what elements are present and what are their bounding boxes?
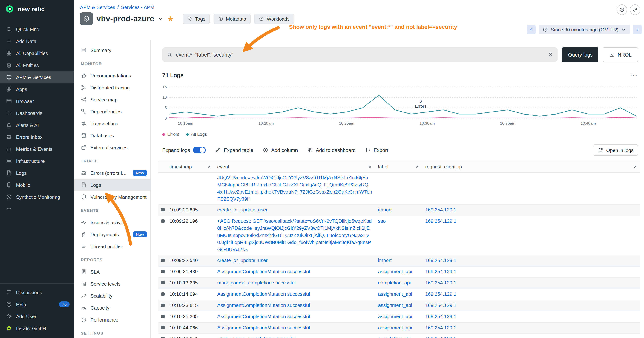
cell-request-client-ip-link[interactable]: 169.254.129.1 <box>425 280 456 286</box>
sidebar-item-infrastructure[interactable]: Infrastructure <box>0 155 74 167</box>
legend-item-all-logs[interactable]: All Logs <box>186 132 207 137</box>
help-button[interactable] <box>617 5 627 15</box>
sidebar-item-synthetic-monitoring[interactable]: Synthetic Monitoring <box>0 191 74 203</box>
table-row[interactable]: 10:09:22.196<ASGIRequest: GET '/sso/call… <box>158 216 640 255</box>
cell-label-link[interactable]: sso <box>378 218 386 224</box>
entity-switcher-caret-icon[interactable] <box>158 16 163 21</box>
remove-column-icon[interactable] <box>207 165 211 169</box>
row-checkbox[interactable] <box>161 292 164 296</box>
clear-query-icon[interactable] <box>548 52 553 57</box>
sidebar-item-errors-inbox[interactable]: Errors Inbox <box>0 131 74 143</box>
breadcrumb-apm-services[interactable]: APM & Services <box>80 5 115 10</box>
cell-label-link[interactable]: assignment_api <box>378 313 412 319</box>
subnav-item-dependencies[interactable]: Dependencies <box>74 106 150 118</box>
permalink-button[interactable] <box>630 5 640 15</box>
cell-event-link[interactable]: <ASGIRequest: GET '/sso/callback/?state=… <box>217 218 372 252</box>
sidebar-item-apm-services[interactable]: APM & Services <box>0 71 74 83</box>
cell-event-link[interactable]: AssignmentCompletionMutation successful <box>217 325 310 330</box>
subnav-item-errors-errors-inb[interactable]: Errors (errors inb...New <box>74 167 150 179</box>
sidebar-footer-item-discussions[interactable]: Discussions <box>0 286 74 298</box>
workloads-pill[interactable]: Workloads <box>254 14 294 24</box>
table-row[interactable]: 10:10:14.094AssignmentCompletionMutation… <box>158 289 640 300</box>
remove-column-icon[interactable] <box>368 165 372 169</box>
cell-event-link[interactable]: mark_course_completion successful <box>217 336 296 338</box>
cell-request-client-ip-link[interactable]: 169.254.129.1 <box>425 336 456 338</box>
subnav-item-deployments[interactable]: DeploymentsNew <box>74 228 150 240</box>
cell-request-client-ip-link[interactable]: 169.254.129.1 <box>425 291 456 297</box>
row-checkbox[interactable] <box>161 281 164 284</box>
cell-request-client-ip-link[interactable]: 169.254.129.1 <box>425 258 456 263</box>
cell-label-link[interactable]: import <box>378 258 392 263</box>
sidebar-footer-item-iterativ-gmbh[interactable]: Iterativ GmbH <box>0 322 74 334</box>
query-logs-button[interactable]: Query logs <box>562 47 598 62</box>
table-row[interactable]: 10:09:22.540create_or_update_userimport1… <box>158 255 640 266</box>
add-to-dashboard-button[interactable]: Add to dashboard <box>308 147 356 153</box>
sidebar-item-quick-find[interactable]: Quick Find <box>0 23 74 35</box>
export-button[interactable]: Export <box>366 147 388 153</box>
cell-label-link[interactable]: assignment_api <box>378 302 412 308</box>
cell-event-link[interactable]: AssignmentCompletionMutation successful <box>217 302 310 308</box>
cell-request-client-ip-link[interactable]: 169.254.129.1 <box>425 207 456 213</box>
table-row[interactable]: 10:09:20.895create_or_update_userimport1… <box>158 205 640 216</box>
time-forward-button[interactable] <box>633 25 642 34</box>
subnav-item-summary[interactable]: Summary <box>74 44 150 56</box>
row-checkbox[interactable] <box>161 270 164 273</box>
time-range-button[interactable]: Since 30 minutes ago (GMT+2) <box>538 25 630 35</box>
subnav-item-vulnerability-management[interactable]: Vulnerability Management <box>74 191 150 203</box>
more-options-icon[interactable]: ⋯ <box>630 71 637 79</box>
cell-label-link[interactable]: assignment_api <box>378 291 412 297</box>
table-row[interactable]: 10:10:44.066AssignmentCompletionMutation… <box>158 322 640 333</box>
open-in-logs-button[interactable]: Open in logs <box>594 145 638 156</box>
cell-label-link[interactable]: completion_api <box>378 336 411 338</box>
cell-event-link[interactable]: create_or_update_user <box>217 258 268 263</box>
cell-event-link[interactable]: AssignmentCompletionMutation successful <box>217 313 310 319</box>
row-checkbox[interactable] <box>161 337 164 338</box>
cell-event-link[interactable]: AssignmentCompletionMutation successful <box>217 291 310 297</box>
cell-label-link[interactable]: completion_api <box>378 280 411 286</box>
newrelic-logo[interactable]: new relic <box>0 0 74 18</box>
sidebar-item-add-data[interactable]: Add Data <box>0 35 74 47</box>
logs-search-box[interactable]: event:* -"label":"security" <box>162 47 558 62</box>
nrql-button[interactable]: NRQL <box>603 47 638 62</box>
cell-event-link[interactable]: create_or_update_user <box>217 207 268 213</box>
subnav-item-capacity[interactable]: Capacity <box>74 302 150 314</box>
cell-label-link[interactable]: assignment_api <box>378 325 412 330</box>
row-checkbox[interactable] <box>161 303 164 307</box>
sidebar-item-apps[interactable]: Apps <box>0 83 74 95</box>
row-checkbox[interactable] <box>161 326 164 329</box>
row-checkbox[interactable] <box>161 314 164 318</box>
sidebar-item-browser[interactable]: Browser <box>0 95 74 107</box>
cell-request-client-ip-link[interactable]: 169.254.129.1 <box>425 218 456 224</box>
subnav-item-transactions[interactable]: Transactions <box>74 118 150 130</box>
table-row[interactable]: 10:10:23.815AssignmentCompletionMutation… <box>158 300 640 311</box>
cell-request-client-ip-link[interactable]: 169.254.129.1 <box>425 313 456 319</box>
expand-logs-toggle[interactable] <box>193 147 206 153</box>
breadcrumb-services-apm[interactable]: Services - APM <box>121 5 154 10</box>
legend-item-errors[interactable]: Errors <box>162 132 179 137</box>
subnav-item-performance[interactable]: Performance <box>74 314 150 326</box>
subnav-item-issues-activity[interactable]: Issues & activity <box>74 216 150 228</box>
expand-table-button[interactable]: Expand table <box>216 147 253 153</box>
cell-request-client-ip-link[interactable]: 169.254.129.1 <box>425 325 456 330</box>
cell-label-link[interactable]: import <box>378 207 392 213</box>
subnav-item-distributed-tracing[interactable]: Distributed tracing <box>74 82 150 94</box>
cell-event-link[interactable]: AssignmentCompletionMutation successful <box>217 269 310 274</box>
subnav-item-service-map[interactable]: Service map <box>74 94 150 106</box>
row-checkbox[interactable] <box>161 208 164 212</box>
subnav-item-service-levels[interactable]: Service levels <box>74 278 150 290</box>
row-checkbox[interactable] <box>161 219 164 223</box>
logs-query-input[interactable]: event:* -"label":"security" <box>176 52 544 58</box>
subnav-item-external-services[interactable]: External services <box>74 142 150 153</box>
sidebar-item-all-capabilities[interactable]: All Capabilities <box>0 47 74 59</box>
cell-request-client-ip-link[interactable]: 169.254.129.1 <box>425 269 456 274</box>
sidebar-item-all-entities[interactable]: All Entities <box>0 59 74 71</box>
subnav-item-thread-profiler[interactable]: Thread profiler <box>74 240 150 252</box>
sidebar-item-logs[interactable]: Logs <box>0 167 74 179</box>
sidebar-footer-item-add-user[interactable]: Add User <box>0 310 74 322</box>
remove-column-icon[interactable] <box>633 165 637 169</box>
cell-event-link[interactable]: JUQVU&code=eyJraWQiOiJjcGltY29yZV8wOTl1M… <box>217 175 372 202</box>
table-row[interactable]: 10:10:49.051mark_course_completion succe… <box>158 333 640 338</box>
cell-event-link[interactable]: mark_course_completion successful <box>217 280 296 286</box>
subnav-item-scalability[interactable]: Scalability <box>74 290 150 302</box>
table-row[interactable]: 10:10:35.305AssignmentCompletionMutation… <box>158 311 640 322</box>
